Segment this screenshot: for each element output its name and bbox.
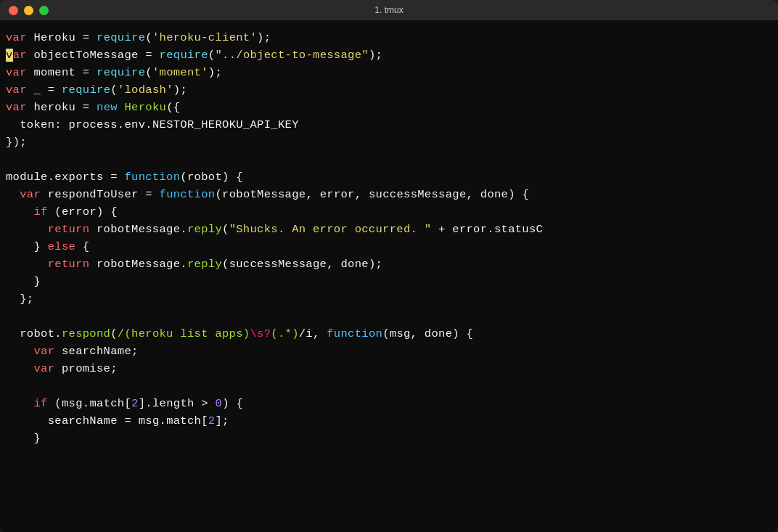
code-line-9: module.exports = function(robot) {: [6, 168, 778, 186]
code-line-1: var Heroku = require('heroku-client');: [6, 29, 778, 46]
code-line-17: [6, 308, 778, 325]
code-line-8: [6, 151, 778, 168]
code-line-12: return robotMessage.reply("Shucks. An er…: [6, 221, 778, 238]
window-title: 1. tmux: [374, 5, 403, 15]
code-line-6: token: process.env.NESTOR_HEROKU_API_KEY: [6, 116, 778, 134]
maximize-button[interactable]: [39, 6, 49, 15]
code-line-7: });: [6, 134, 778, 151]
window-controls[interactable]: [9, 6, 49, 15]
code-line-10: var respondToUser = function(robotMessag…: [6, 186, 778, 203]
code-line-19: var searchName;: [6, 343, 778, 360]
code-line-15: }: [6, 273, 778, 290]
minimize-button[interactable]: [24, 6, 33, 15]
code-line-20: var promise;: [6, 360, 778, 377]
code-line-23: searchName = msg.match[2];: [6, 412, 778, 430]
code-line-13: } else {: [6, 238, 778, 255]
code-line-14: return robotMessage.reply(successMessage…: [6, 255, 778, 273]
code-line-16: };: [6, 290, 778, 308]
code-line-2: var objectToMessage = require("../object…: [6, 46, 778, 64]
code-line-11: if (error) {: [6, 203, 778, 221]
close-button[interactable]: [9, 6, 18, 15]
titlebar: 1. tmux: [0, 0, 778, 20]
code-line-4: var _ = require('lodash');: [6, 81, 778, 99]
code-line-25: [6, 447, 778, 465]
code-line-21: [6, 377, 778, 395]
terminal-window: 1. tmux var Heroku = require('heroku-cli…: [0, 0, 778, 532]
code-line-22: if (msg.match[2].length > 0) {: [6, 395, 778, 412]
code-editor[interactable]: var Heroku = require('heroku-client'); v…: [0, 20, 778, 532]
code-line-5: var heroku = new Heroku({: [6, 99, 778, 116]
code-line-18: robot.respond(/(heroku list apps)\s?(.*)…: [6, 325, 778, 343]
code-line-24: }: [6, 430, 778, 447]
code-line-3: var moment = require('moment');: [6, 64, 778, 81]
